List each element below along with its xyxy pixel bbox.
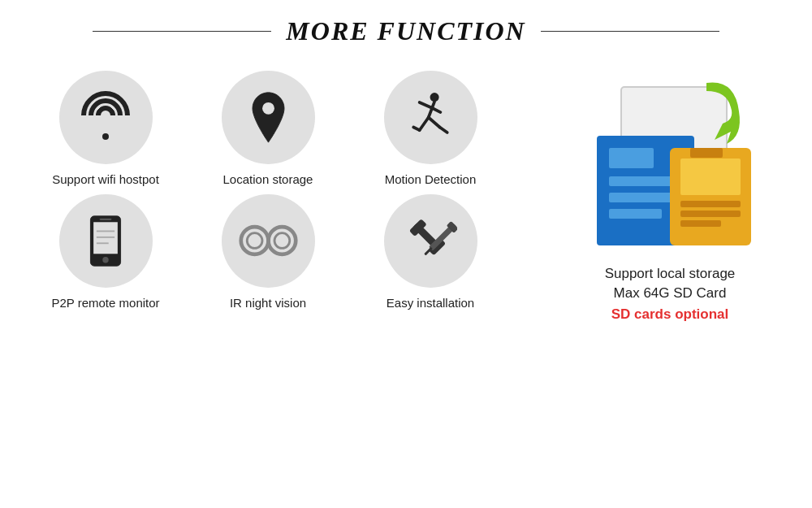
wifi-icon-circle [59, 71, 153, 164]
wrench-icon [404, 215, 457, 267]
svg-point-16 [240, 227, 268, 254]
location-label: Location storage [223, 172, 313, 186]
install-label: Easy installation [387, 296, 474, 310]
location-icon-circle [222, 71, 315, 164]
svg-point-18 [268, 227, 296, 254]
page-title: MORE FUNCTION [271, 16, 540, 46]
location-icon [246, 91, 291, 144]
feature-install: Easy installation [349, 194, 512, 310]
header: MORE FUNCTION [0, 16, 812, 46]
svg-rect-12 [100, 219, 112, 220]
ir-icon-circle [222, 194, 315, 288]
svg-point-19 [274, 233, 290, 249]
wifi-icon [80, 98, 132, 138]
svg-rect-37 [690, 148, 723, 158]
svg-rect-34 [680, 201, 741, 207]
motion-icon-circle [384, 71, 477, 164]
sd-card-section: Support local storageMax 64G SD Card SD … [552, 71, 788, 323]
svg-point-0 [262, 102, 274, 115]
feature-p2p: P2P remote monitor [24, 194, 187, 310]
ir-icon [238, 219, 299, 263]
page-container: MORE FUNCTION Support [0, 0, 812, 508]
sd-text-block: Support local storageMax 64G SD Card SD … [605, 264, 736, 323]
feature-location: Location storage [187, 71, 349, 186]
sd-optional-text: SD cards optional [611, 306, 729, 323]
feature-motion: Motion Detection [349, 71, 512, 186]
svg-point-17 [247, 233, 262, 249]
features-layout: Support wifi hostpot Location storage [0, 71, 812, 323]
feature-wifi: Support wifi hostpot [24, 71, 187, 186]
sd-main-text: Support local storageMax 64G SD Card [605, 264, 736, 303]
ir-label: IR night vision [230, 296, 306, 310]
features-left: Support wifi hostpot Location storage [24, 71, 552, 310]
sd-card-svg [572, 71, 767, 258]
features-row-1: Support wifi hostpot Location storage [24, 71, 552, 186]
header-line-right [541, 31, 719, 33]
install-icon-circle [384, 194, 477, 288]
svg-rect-36 [680, 220, 721, 227]
sd-card-illustration [572, 71, 767, 258]
wifi-label: Support wifi hostpot [52, 172, 159, 186]
p2p-label: P2P remote monitor [51, 296, 159, 310]
svg-rect-33 [680, 158, 741, 195]
features-row-2: P2P remote monitor [24, 194, 552, 310]
svg-line-6 [429, 118, 440, 128]
svg-line-5 [420, 118, 429, 131]
header-line-left [93, 31, 271, 33]
svg-line-7 [413, 128, 419, 131]
svg-rect-31 [609, 148, 654, 168]
svg-line-3 [420, 102, 432, 107]
motion-label: Motion Detection [385, 172, 477, 186]
svg-line-4 [431, 108, 440, 113]
motion-icon [406, 91, 455, 144]
svg-line-8 [440, 128, 447, 132]
p2p-icon-circle [59, 194, 153, 288]
phone-icon [84, 215, 127, 267]
svg-rect-35 [680, 211, 741, 217]
feature-ir: IR night vision [187, 194, 349, 310]
svg-point-11 [102, 257, 108, 263]
wifi-dot [102, 133, 109, 140]
svg-rect-30 [609, 209, 662, 219]
